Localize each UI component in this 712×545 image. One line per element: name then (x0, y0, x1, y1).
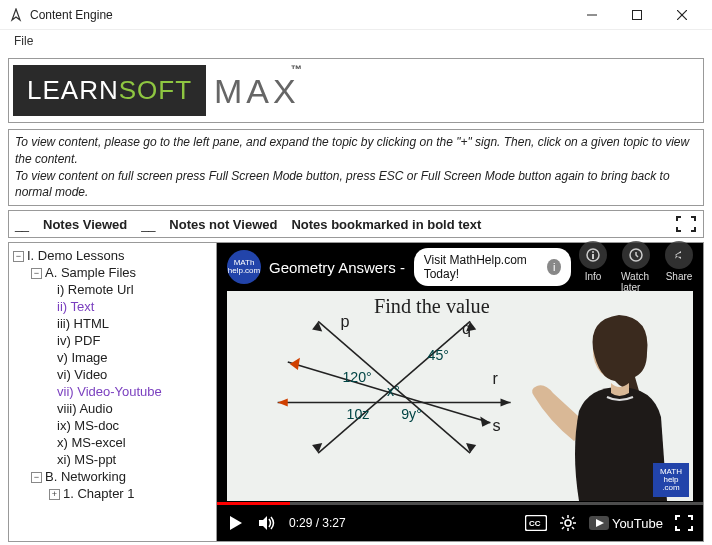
legend-panel: _ _ Notes Viewed _ _ Notes not Viewed No… (8, 210, 704, 238)
menubar: File (0, 30, 712, 52)
svg-marker-45 (596, 519, 604, 527)
expand-icon[interactable]: + (49, 489, 60, 500)
tree-leaf-msppt[interactable]: xi) MS-ppt (11, 451, 214, 468)
svg-marker-33 (259, 516, 267, 530)
volume-button[interactable] (257, 514, 277, 532)
tree-leaf-html[interactable]: iii) HTML (11, 315, 214, 332)
svg-point-36 (565, 520, 571, 526)
max-logo: MAX ™ (214, 73, 300, 110)
instruction-line: To view content on full screen press Ful… (15, 168, 697, 202)
tree-node-networking[interactable]: −B. Networking (11, 468, 214, 485)
tree-node-sample[interactable]: −A. Sample Files (11, 264, 214, 281)
tree-leaf-text[interactable]: ii) Text (11, 298, 214, 315)
svg-marker-32 (230, 516, 242, 530)
tree-leaf-msexcel[interactable]: x) MS-excel (11, 434, 214, 451)
menu-file[interactable]: File (8, 32, 39, 50)
svg-text:CC: CC (529, 519, 541, 528)
svg-text:45°: 45° (428, 347, 449, 363)
video-title: Geometry Answers - Ma (269, 259, 406, 276)
app-icon (8, 7, 24, 23)
play-button[interactable] (227, 514, 245, 532)
tree-leaf-remote[interactable]: i) Remote Url (11, 281, 214, 298)
watch-later-button[interactable]: Watch later (621, 241, 651, 293)
learnsoft-logo: LEARNSOFT (13, 65, 206, 116)
minimize-button[interactable] (569, 1, 614, 29)
share-button[interactable]: Share (665, 241, 693, 293)
collapse-icon[interactable]: − (31, 472, 42, 483)
tree-leaf-image[interactable]: v) Image (11, 349, 214, 366)
maximize-button[interactable] (614, 1, 659, 29)
youtube-badge[interactable]: YouTube (589, 516, 663, 531)
checkmark-icon: _ _ (141, 217, 155, 232)
content-split: −I. Demo Lessons −A. Sample Files i) Rem… (8, 242, 704, 542)
fullscreen-button[interactable] (675, 215, 697, 233)
collapse-icon[interactable]: − (31, 268, 42, 279)
instruction-line: To view content, please go to the left p… (15, 134, 697, 168)
info-button[interactable]: Info (579, 241, 607, 293)
legend-bookmarked: Notes bookmarked in bold text (291, 217, 481, 232)
cc-button[interactable]: CC (525, 515, 547, 531)
svg-text:9y°: 9y° (401, 406, 422, 422)
mathhelp-logo: MATHhelp.com (653, 463, 689, 497)
info-icon: i (547, 259, 561, 275)
tree-node-chapter1[interactable]: +1. Chapter 1 (11, 485, 214, 502)
svg-text:s: s (492, 416, 500, 434)
time-display: 0:29 / 3:27 (289, 516, 346, 530)
titlebar: Content Engine (0, 0, 712, 30)
video-player[interactable]: MATh help.com Geometry Answers - Ma Visi… (217, 243, 703, 541)
svg-text:10z: 10z (347, 406, 370, 422)
tree-leaf-audio[interactable]: viii) Audio (11, 400, 214, 417)
svg-text:q: q (462, 319, 471, 337)
svg-text:Find the value: Find the value (374, 295, 490, 317)
fullscreen-video-button[interactable] (675, 515, 693, 531)
video-frame: Find the value (227, 291, 693, 501)
svg-text:r: r (492, 369, 498, 387)
collapse-icon[interactable]: − (13, 251, 24, 262)
svg-text:p: p (340, 313, 349, 331)
svg-rect-1 (632, 10, 641, 19)
settings-button[interactable] (559, 514, 577, 532)
legend-notviewed: Notes not Viewed (169, 217, 277, 232)
svg-point-5 (592, 251, 594, 253)
checkmark-icon: _ _ (15, 217, 29, 232)
instructions-panel: To view content, please go to the left p… (8, 129, 704, 206)
video-controls: 0:29 / 3:27 CC YouTube (217, 505, 703, 541)
logo-panel: LEARNSOFT MAX ™ (8, 58, 704, 123)
tree-leaf-youtube[interactable]: vii) Video-Youtube (11, 383, 214, 400)
svg-line-42 (572, 527, 574, 529)
promo-pill[interactable]: Visit MathHelp.com Today! i (414, 248, 571, 286)
tree-leaf-video[interactable]: vi) Video (11, 366, 214, 383)
svg-rect-6 (592, 254, 594, 259)
channel-logo[interactable]: MATh help.com (227, 250, 261, 284)
svg-line-41 (562, 517, 564, 519)
video-topbar: MATh help.com Geometry Answers - Ma Visi… (217, 243, 703, 291)
legend-viewed: Notes Viewed (43, 217, 127, 232)
tree-node-demo[interactable]: −I. Demo Lessons (11, 247, 214, 264)
tree-leaf-msdoc[interactable]: ix) MS-doc (11, 417, 214, 434)
svg-line-43 (572, 517, 574, 519)
svg-text:120°: 120° (342, 369, 371, 385)
topic-tree[interactable]: −I. Demo Lessons −A. Sample Files i) Rem… (9, 243, 217, 541)
svg-text:x°: x° (387, 384, 400, 400)
window-title: Content Engine (30, 8, 569, 22)
svg-line-44 (562, 527, 564, 529)
tree-leaf-pdf[interactable]: iv) PDF (11, 332, 214, 349)
close-button[interactable] (659, 1, 704, 29)
